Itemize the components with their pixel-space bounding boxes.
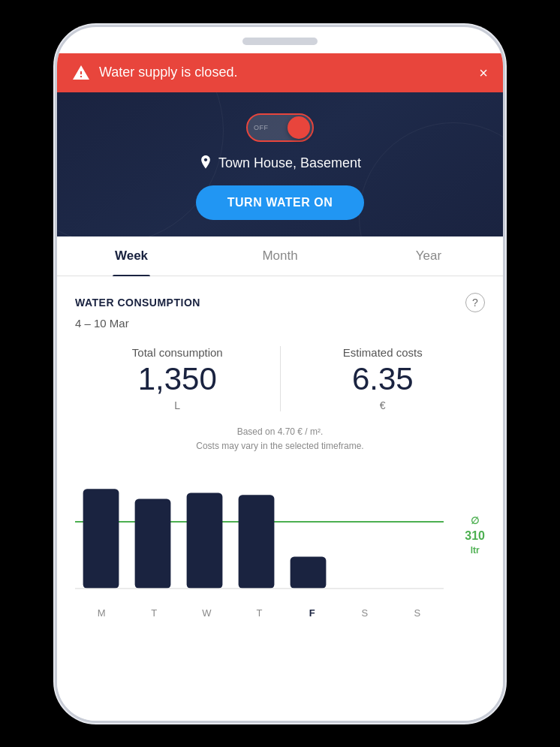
svg-rect-3 bbox=[187, 493, 223, 589]
top-section: OFF Town House, Basement TURN WATER ON bbox=[57, 92, 503, 236]
section-title: WATER CONSUMPTION bbox=[75, 297, 200, 309]
total-label: Total consumption bbox=[132, 346, 223, 359]
day-t1: T bbox=[128, 607, 180, 619]
phone-frame: Water supply is closed. × OFF T bbox=[0, 0, 560, 747]
total-value: 1,350 bbox=[138, 362, 217, 396]
tab-week[interactable]: Week bbox=[57, 236, 206, 276]
water-toggle[interactable]: OFF bbox=[246, 113, 314, 142]
chart-area: ∅ 310 ltr bbox=[75, 470, 485, 603]
day-labels: M T W T F S S bbox=[75, 603, 485, 619]
tabs-row: Week Month Year bbox=[57, 236, 503, 276]
avg-unit: ltr bbox=[471, 545, 480, 557]
total-consumption-col: Total consumption 1,350 L bbox=[75, 346, 281, 411]
tab-month[interactable]: Month bbox=[206, 236, 354, 276]
total-unit: L bbox=[174, 399, 180, 411]
day-t2: T bbox=[233, 607, 285, 619]
estimated-costs-col: Estimated costs 6.35 € bbox=[281, 346, 486, 411]
turn-water-on-button[interactable]: TURN WATER ON bbox=[196, 185, 364, 220]
phone-notch bbox=[242, 38, 318, 45]
content-area: WATER CONSUMPTION ? 4 – 10 Mar Total con… bbox=[57, 276, 503, 721]
date-range: 4 – 10 Mar bbox=[75, 317, 485, 330]
toggle-switch[interactable]: OFF bbox=[246, 113, 314, 142]
avg-symbol: ∅ bbox=[471, 516, 479, 529]
alert-banner: Water supply is closed. × bbox=[57, 53, 503, 92]
info-text: Based on 4.70 € / m². Costs may vary in … bbox=[75, 425, 485, 453]
section-header: WATER CONSUMPTION ? bbox=[75, 293, 485, 312]
bar-chart bbox=[75, 470, 444, 600]
day-w: W bbox=[180, 607, 233, 619]
location-row: Town House, Basement bbox=[199, 155, 361, 172]
help-button[interactable]: ? bbox=[465, 293, 485, 312]
location-icon bbox=[199, 155, 212, 172]
location-text: Town House, Basement bbox=[218, 155, 361, 171]
svg-rect-5 bbox=[291, 557, 327, 589]
day-f: F bbox=[286, 607, 339, 619]
alert-close-button[interactable]: × bbox=[479, 65, 488, 80]
warning-icon bbox=[72, 64, 90, 82]
tab-year[interactable]: Year bbox=[354, 236, 503, 276]
svg-rect-1 bbox=[83, 489, 119, 589]
stats-row: Total consumption 1,350 L Estimated cost… bbox=[75, 346, 485, 411]
toggle-knob bbox=[288, 116, 310, 139]
alert-message: Water supply is closed. bbox=[99, 65, 470, 80]
svg-rect-2 bbox=[135, 499, 171, 589]
day-s2: S bbox=[391, 607, 444, 619]
cost-label: Estimated costs bbox=[343, 346, 423, 359]
toggle-label: OFF bbox=[254, 124, 269, 131]
phone-body: Water supply is closed. × OFF T bbox=[55, 25, 505, 723]
day-m: M bbox=[75, 607, 128, 619]
cost-value: 6.35 bbox=[352, 362, 414, 396]
cost-unit: € bbox=[380, 399, 386, 411]
day-s1: S bbox=[339, 607, 391, 619]
screen: Water supply is closed. × OFF T bbox=[57, 27, 503, 721]
avg-value: 310 bbox=[465, 529, 485, 545]
avg-label: ∅ 310 ltr bbox=[465, 516, 485, 557]
svg-rect-4 bbox=[239, 495, 275, 589]
